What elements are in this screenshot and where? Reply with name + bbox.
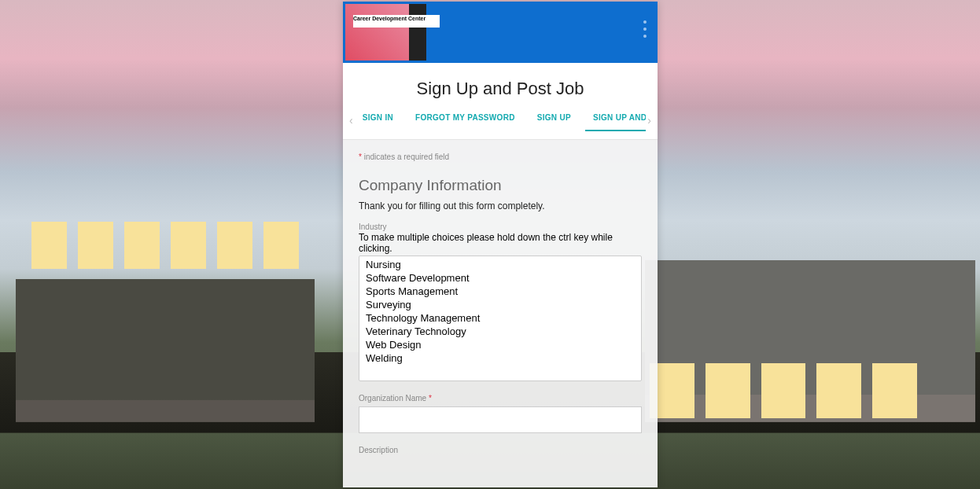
industry-option[interactable]: Veterinary Technology	[361, 325, 639, 338]
industry-option[interactable]: Technology Management	[361, 311, 639, 325]
industry-select[interactable]: NursingSoftware DevelopmentSports Manage…	[359, 256, 642, 381]
cdc-logo	[345, 4, 451, 61]
organization-name-input[interactable]	[359, 406, 642, 433]
page-title: Sign Up and Post Job	[343, 63, 658, 108]
thanks-text: Thank you for filling out this form comp…	[359, 200, 642, 211]
industry-option[interactable]: Surveying	[361, 298, 639, 311]
tab-sign-in[interactable]: SIGN IN	[355, 108, 401, 131]
industry-option[interactable]: Web Design	[361, 338, 639, 351]
kebab-menu-icon[interactable]	[643, 20, 647, 38]
form-content: * indicates a required field Company Inf…	[343, 140, 658, 487]
tab-bar: ‹ SIGN IN FORGOT MY PASSWORD SIGN UP SIG…	[343, 108, 658, 140]
industry-option[interactable]: Sports Management	[361, 285, 639, 298]
panel-header	[343, 2, 658, 63]
industry-label: Industry	[359, 222, 642, 231]
tab-sign-up-and-post[interactable]: SIGN UP AND POS	[585, 108, 646, 131]
industry-option[interactable]: Nursing	[361, 258, 639, 271]
industry-option[interactable]: Welding	[361, 351, 639, 365]
industry-hint: To make multiple choices please hold dow…	[359, 232, 642, 254]
industry-option[interactable]: Software Development	[361, 271, 639, 285]
tab-scroll-right[interactable]: ›	[646, 114, 653, 127]
required-note: * indicates a required field	[359, 153, 642, 161]
tab-scroll-left[interactable]: ‹	[348, 114, 355, 127]
organization-name-label: Organization Name *	[359, 394, 642, 403]
tab-sign-up[interactable]: SIGN UP	[529, 108, 579, 131]
form-panel: Sign Up and Post Job ‹ SIGN IN FORGOT MY…	[343, 2, 658, 487]
description-label: Description	[359, 446, 642, 454]
tab-forgot-password[interactable]: FORGOT MY PASSWORD	[407, 108, 523, 131]
section-heading-company-info: Company Information	[359, 177, 642, 194]
